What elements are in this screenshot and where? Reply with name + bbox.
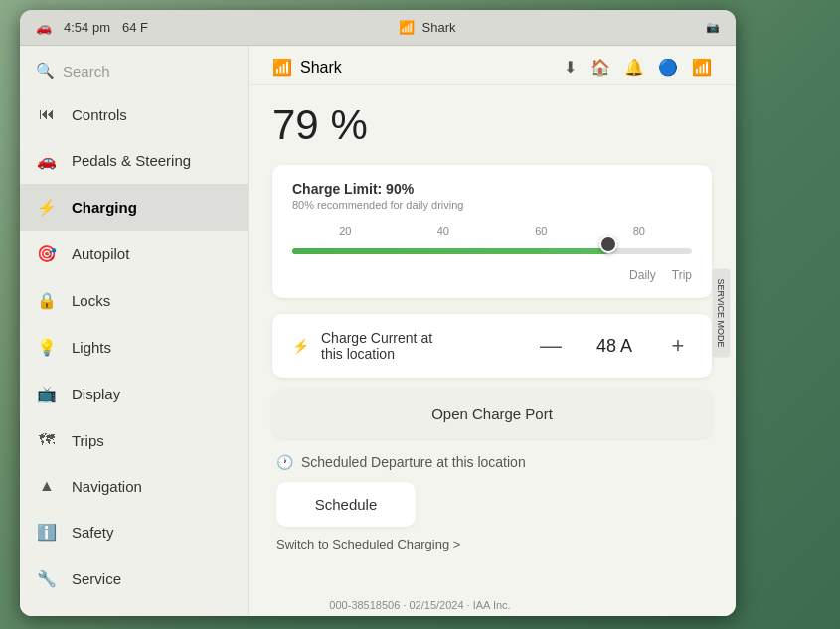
sidebar-item-service[interactable]: 🔧 Service — [20, 555, 248, 602]
daily-label[interactable]: Daily — [629, 268, 656, 282]
header-icons: ⬇ 🏠 🔔 🔵 📶 — [564, 58, 712, 77]
switch-to-scheduled-charging-link[interactable]: Switch to Scheduled Charging > — [276, 537, 708, 551]
slider-mode-buttons: Daily Trip — [292, 268, 692, 282]
locks-icon: 🔒 — [36, 291, 58, 310]
status-bar: 🚗 4:54 pm 64 F 📶 Shark 📷 — [20, 10, 736, 46]
watermark: 000-38518506 · 02/15/2024 · IAA Inc. — [329, 599, 510, 611]
trips-icon: 🗺 — [36, 431, 58, 449]
download-icon: ⬇ — [564, 58, 577, 77]
scheduled-departure-label: 🕐 Scheduled Departure at this location — [276, 454, 708, 470]
sidebar-item-label: Lights — [72, 339, 111, 356]
sidebar-item-navigation[interactable]: ▲ Navigation — [20, 463, 248, 509]
status-time: 4:54 pm — [64, 20, 110, 35]
search-icon: 🔍 — [36, 62, 55, 79]
open-charge-port-button[interactable]: Open Charge Port — [272, 390, 712, 438]
display-icon: 📺 — [36, 385, 58, 403]
search-label: Search — [63, 63, 110, 79]
switch-link-text: Switch to Scheduled Charging > — [276, 537, 460, 551]
sidebar-item-pedals[interactable]: 🚗 Pedals & Steering — [20, 137, 248, 184]
sidebar: 🔍 Search ⏮ Controls 🚗 Pedals & Steering … — [20, 46, 249, 616]
sidebar-item-lights[interactable]: 💡 Lights — [20, 324, 248, 371]
lights-icon: 💡 — [36, 338, 58, 357]
content-area: 📶 Shark ⬇ 🏠 🔔 🔵 📶 79 % Charge Limit: 90% — [249, 46, 736, 616]
slider-label-80: 80 — [633, 225, 645, 236]
sidebar-item-controls[interactable]: ⏮ Controls — [20, 91, 248, 137]
profile-name-label: Shark — [300, 59, 342, 77]
charging-content: 79 % Charge Limit: 90% 80% recommended f… — [249, 85, 736, 579]
sidebar-item-label: Service — [72, 570, 121, 587]
charge-increase-button[interactable]: + — [664, 333, 692, 359]
schedule-button-label: Schedule — [315, 496, 378, 513]
scheduled-departure-section: 🕐 Scheduled Departure at this location S… — [272, 454, 712, 551]
sidebar-item-label: Controls — [72, 106, 127, 123]
sidebar-item-trips[interactable]: 🗺 Trips — [20, 417, 248, 463]
slider-label-40: 40 — [437, 225, 449, 236]
sidebar-item-label: Charging — [72, 199, 137, 216]
charge-slider[interactable] — [292, 240, 692, 260]
main-layout: 🔍 Search ⏮ Controls 🚗 Pedals & Steering … — [20, 46, 736, 616]
slider-fill — [292, 248, 608, 254]
wifi-icon: 📶 — [399, 20, 415, 35]
slider-label-60: 60 — [535, 225, 547, 236]
slider-track — [292, 248, 692, 254]
search-bar[interactable]: 🔍 Search — [20, 54, 248, 91]
sidebar-item-label: Locks — [72, 292, 110, 309]
sidebar-item-charging[interactable]: ⚡ Charging — [20, 184, 248, 231]
charge-plug-icon: ⚡ — [292, 338, 309, 354]
status-car-name: Shark — [422, 20, 456, 35]
charging-icon: ⚡ — [36, 198, 58, 217]
safety-icon: ℹ️ — [36, 523, 58, 542]
charge-limit-sub: 80% recommended for daily driving — [292, 199, 692, 211]
charge-current-controls: — 48 A + — [537, 333, 692, 359]
charge-current-label: Charge Current atthis location — [321, 330, 432, 362]
content-header: 📶 Shark ⬇ 🏠 🔔 🔵 📶 — [249, 46, 736, 85]
bell-icon: 🔔 — [624, 58, 644, 77]
sidebar-item-locks[interactable]: 🔒 Locks — [20, 277, 248, 324]
sidebar-item-label: Pedals & Steering — [72, 152, 191, 169]
charge-current-value: 48 A — [585, 336, 644, 357]
scheduled-label-text: Scheduled Departure at this location — [301, 454, 526, 470]
status-right: 📷 — [706, 21, 720, 34]
sidebar-item-label: Safety — [72, 524, 114, 541]
service-mode-tab: SERVICE MODE — [713, 269, 731, 358]
pedals-icon: 🚗 — [36, 151, 58, 170]
battery-percent: 79 % — [272, 101, 712, 149]
sidebar-item-label: Autopilot — [72, 245, 129, 262]
camera-icon: 📷 — [706, 21, 720, 34]
controls-icon: ⏮ — [36, 105, 58, 123]
schedule-button[interactable]: Schedule — [276, 482, 416, 527]
charge-current-left: ⚡ Charge Current atthis location — [292, 330, 432, 362]
profile-name-container: 📶 Shark — [272, 58, 342, 77]
sidebar-item-safety[interactable]: ℹ️ Safety — [20, 509, 248, 555]
sidebar-item-display[interactable]: 📺 Display — [20, 371, 248, 417]
navigation-icon: ▲ — [36, 477, 58, 495]
signal-icon: 📶 — [692, 58, 712, 77]
sidebar-item-label: Display — [72, 386, 120, 402]
autopilot-icon: 🎯 — [36, 244, 58, 263]
charge-limit-card: Charge Limit: 90% 80% recommended for da… — [272, 165, 712, 298]
service-icon: 🔧 — [36, 569, 58, 588]
status-temp: 64 F — [122, 20, 148, 35]
charge-decrease-button[interactable]: — — [537, 333, 565, 359]
sidebar-item-label: Navigation — [72, 478, 142, 495]
status-center: 📶 Shark — [399, 20, 456, 35]
bluetooth-icon: 🔵 — [658, 58, 678, 77]
watermark-text: 000-38518506 · 02/15/2024 · IAA Inc. — [329, 599, 510, 611]
car-icon: 🚗 — [36, 20, 52, 35]
service-mode-label: SERVICE MODE — [717, 279, 727, 348]
slider-thumb[interactable] — [599, 236, 617, 253]
slider-labels: 20 40 60 80 — [292, 225, 692, 236]
slider-label-20: 20 — [339, 225, 351, 236]
tablet-screen: 🚗 4:54 pm 64 F 📶 Shark 📷 🔍 Search ⏮ Cont… — [20, 10, 736, 616]
status-left: 🚗 4:54 pm 64 F — [36, 20, 148, 35]
charge-current-card: ⚡ Charge Current atthis location — 48 A … — [272, 314, 712, 378]
wifi-profile-icon: 📶 — [272, 58, 292, 77]
home-icon: 🏠 — [590, 58, 610, 77]
trip-label[interactable]: Trip — [672, 268, 692, 282]
sidebar-item-autopilot[interactable]: 🎯 Autopilot — [20, 231, 248, 277]
sidebar-item-label: Trips — [72, 432, 104, 449]
open-charge-port-label: Open Charge Port — [431, 405, 553, 422]
charge-limit-label: Charge Limit: 90% — [292, 181, 692, 197]
clock-icon: 🕐 — [276, 454, 293, 470]
